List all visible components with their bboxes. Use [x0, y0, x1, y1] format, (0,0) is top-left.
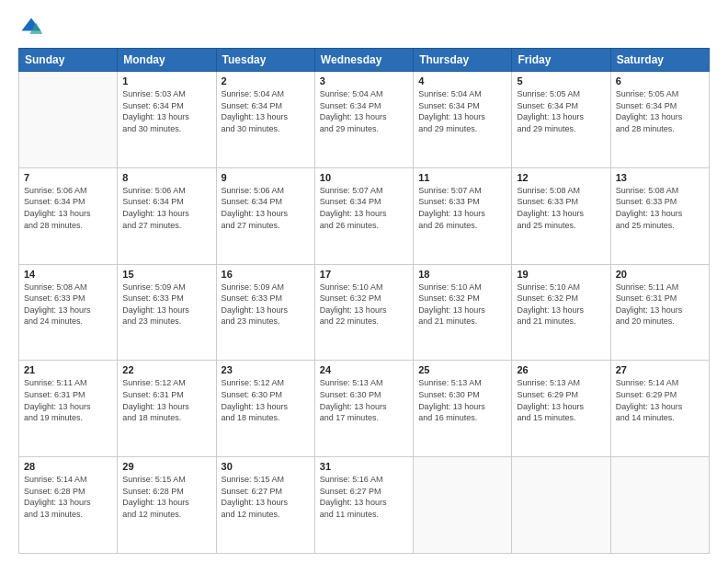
day-info: Sunrise: 5:12 AM Sunset: 6:30 PM Dayligh…	[222, 377, 310, 423]
calendar-cell: 7Sunrise: 5:06 AM Sunset: 6:34 PM Daylig…	[19, 167, 118, 264]
day-info: Sunrise: 5:16 AM Sunset: 6:27 PM Dayligh…	[320, 474, 408, 520]
calendar-cell: 24Sunrise: 5:13 AM Sunset: 6:30 PM Dayli…	[314, 361, 413, 457]
day-number: 16	[222, 269, 310, 280]
logo-icon	[18, 15, 44, 40]
day-number: 9	[222, 172, 310, 183]
calendar-header-monday: Monday	[118, 49, 216, 72]
day-info: Sunrise: 5:09 AM Sunset: 6:33 PM Dayligh…	[122, 282, 210, 327]
calendar-cell: 10Sunrise: 5:07 AM Sunset: 6:34 PM Dayli…	[314, 167, 413, 264]
day-info: Sunrise: 5:13 AM Sunset: 6:30 PM Dayligh…	[418, 377, 506, 423]
calendar-cell: 11Sunrise: 5:07 AM Sunset: 6:33 PM Dayli…	[414, 167, 512, 264]
calendar-cell: 12Sunrise: 5:08 AM Sunset: 6:33 PM Dayli…	[512, 167, 610, 264]
day-info: Sunrise: 5:05 AM Sunset: 6:34 PM Dayligh…	[616, 88, 704, 134]
calendar-cell: 5Sunrise: 5:05 AM Sunset: 6:34 PM Daylig…	[512, 72, 610, 168]
header	[18, 15, 710, 40]
logo	[18, 15, 48, 40]
day-number: 28	[24, 461, 112, 472]
day-number: 5	[517, 75, 605, 86]
day-number: 1	[122, 75, 210, 86]
calendar-week-3: 14Sunrise: 5:08 AM Sunset: 6:33 PM Dayli…	[19, 264, 710, 361]
day-number: 24	[320, 364, 408, 375]
day-info: Sunrise: 5:12 AM Sunset: 6:31 PM Dayligh…	[122, 377, 210, 423]
day-info: Sunrise: 5:11 AM Sunset: 6:31 PM Dayligh…	[24, 377, 112, 423]
calendar-cell: 26Sunrise: 5:13 AM Sunset: 6:29 PM Dayli…	[512, 361, 610, 457]
day-info: Sunrise: 5:04 AM Sunset: 6:34 PM Dayligh…	[418, 88, 506, 134]
calendar-week-1: 1Sunrise: 5:03 AM Sunset: 6:34 PM Daylig…	[19, 72, 710, 168]
day-info: Sunrise: 5:14 AM Sunset: 6:28 PM Dayligh…	[24, 474, 112, 520]
calendar-cell: 2Sunrise: 5:04 AM Sunset: 6:34 PM Daylig…	[216, 72, 314, 168]
day-number: 6	[616, 75, 704, 86]
day-number: 2	[222, 75, 310, 86]
day-info: Sunrise: 5:05 AM Sunset: 6:34 PM Dayligh…	[517, 88, 605, 134]
calendar-cell: 19Sunrise: 5:10 AM Sunset: 6:32 PM Dayli…	[512, 264, 610, 361]
day-info: Sunrise: 5:08 AM Sunset: 6:33 PM Dayligh…	[24, 282, 112, 327]
day-number: 26	[517, 364, 605, 375]
calendar-cell: 13Sunrise: 5:08 AM Sunset: 6:33 PM Dayli…	[610, 167, 709, 264]
day-number: 30	[222, 461, 310, 472]
day-info: Sunrise: 5:04 AM Sunset: 6:34 PM Dayligh…	[222, 88, 310, 134]
day-info: Sunrise: 5:06 AM Sunset: 6:34 PM Dayligh…	[122, 185, 210, 231]
calendar-cell: 23Sunrise: 5:12 AM Sunset: 6:30 PM Dayli…	[216, 361, 314, 457]
calendar-cell: 9Sunrise: 5:06 AM Sunset: 6:34 PM Daylig…	[216, 167, 314, 264]
day-info: Sunrise: 5:13 AM Sunset: 6:30 PM Dayligh…	[320, 377, 408, 423]
day-number: 12	[517, 172, 605, 183]
day-info: Sunrise: 5:10 AM Sunset: 6:32 PM Dayligh…	[320, 282, 408, 327]
day-number: 10	[320, 172, 408, 183]
calendar-cell: 27Sunrise: 5:14 AM Sunset: 6:29 PM Dayli…	[610, 361, 709, 457]
day-number: 15	[122, 269, 210, 280]
day-number: 21	[24, 364, 112, 375]
day-info: Sunrise: 5:14 AM Sunset: 6:29 PM Dayligh…	[616, 377, 704, 423]
day-number: 23	[222, 364, 310, 375]
calendar-header-thursday: Thursday	[414, 49, 512, 72]
day-number: 13	[616, 172, 704, 183]
calendar-cell: 6Sunrise: 5:05 AM Sunset: 6:34 PM Daylig…	[610, 72, 709, 168]
calendar-cell: 15Sunrise: 5:09 AM Sunset: 6:33 PM Dayli…	[118, 264, 216, 361]
calendar-cell	[610, 457, 709, 554]
day-number: 25	[418, 364, 506, 375]
day-info: Sunrise: 5:07 AM Sunset: 6:34 PM Dayligh…	[320, 185, 408, 231]
day-number: 19	[517, 269, 605, 280]
calendar-cell: 3Sunrise: 5:04 AM Sunset: 6:34 PM Daylig…	[314, 72, 413, 168]
day-number: 17	[320, 269, 408, 280]
day-number: 20	[616, 269, 704, 280]
calendar-cell: 14Sunrise: 5:08 AM Sunset: 6:33 PM Dayli…	[19, 264, 118, 361]
day-info: Sunrise: 5:06 AM Sunset: 6:34 PM Dayligh…	[24, 185, 112, 231]
day-info: Sunrise: 5:15 AM Sunset: 6:27 PM Dayligh…	[222, 474, 310, 520]
day-info: Sunrise: 5:10 AM Sunset: 6:32 PM Dayligh…	[418, 282, 506, 327]
calendar-cell: 20Sunrise: 5:11 AM Sunset: 6:31 PM Dayli…	[610, 264, 709, 361]
day-info: Sunrise: 5:10 AM Sunset: 6:32 PM Dayligh…	[517, 282, 605, 327]
day-info: Sunrise: 5:15 AM Sunset: 6:28 PM Dayligh…	[122, 474, 210, 520]
calendar-cell: 22Sunrise: 5:12 AM Sunset: 6:31 PM Dayli…	[118, 361, 216, 457]
day-info: Sunrise: 5:06 AM Sunset: 6:34 PM Dayligh…	[222, 185, 310, 231]
day-info: Sunrise: 5:08 AM Sunset: 6:33 PM Dayligh…	[616, 185, 704, 231]
calendar-header-tuesday: Tuesday	[216, 49, 314, 72]
day-number: 31	[320, 461, 408, 472]
calendar-cell: 29Sunrise: 5:15 AM Sunset: 6:28 PM Dayli…	[118, 457, 216, 554]
calendar-cell: 1Sunrise: 5:03 AM Sunset: 6:34 PM Daylig…	[118, 72, 216, 168]
calendar-cell: 25Sunrise: 5:13 AM Sunset: 6:30 PM Dayli…	[414, 361, 512, 457]
calendar-cell: 4Sunrise: 5:04 AM Sunset: 6:34 PM Daylig…	[414, 72, 512, 168]
day-number: 7	[24, 172, 112, 183]
calendar-week-4: 21Sunrise: 5:11 AM Sunset: 6:31 PM Dayli…	[19, 361, 710, 457]
day-number: 3	[320, 75, 408, 86]
calendar-header-wednesday: Wednesday	[314, 49, 413, 72]
calendar-header-friday: Friday	[512, 49, 610, 72]
day-number: 18	[418, 269, 506, 280]
day-info: Sunrise: 5:11 AM Sunset: 6:31 PM Dayligh…	[616, 282, 704, 327]
day-number: 8	[122, 172, 210, 183]
calendar-cell: 21Sunrise: 5:11 AM Sunset: 6:31 PM Dayli…	[19, 361, 118, 457]
calendar-week-5: 28Sunrise: 5:14 AM Sunset: 6:28 PM Dayli…	[19, 457, 710, 554]
day-info: Sunrise: 5:03 AM Sunset: 6:34 PM Dayligh…	[122, 88, 210, 134]
calendar-cell: 28Sunrise: 5:14 AM Sunset: 6:28 PM Dayli…	[19, 457, 118, 554]
calendar-cell: 18Sunrise: 5:10 AM Sunset: 6:32 PM Dayli…	[414, 264, 512, 361]
day-number: 29	[122, 461, 210, 472]
calendar-cell	[19, 72, 118, 168]
calendar-header-sunday: Sunday	[19, 49, 118, 72]
calendar-cell: 31Sunrise: 5:16 AM Sunset: 6:27 PM Dayli…	[314, 457, 413, 554]
day-number: 27	[616, 364, 704, 375]
day-number: 11	[418, 172, 506, 183]
day-info: Sunrise: 5:07 AM Sunset: 6:33 PM Dayligh…	[418, 185, 506, 231]
calendar-week-2: 7Sunrise: 5:06 AM Sunset: 6:34 PM Daylig…	[19, 167, 710, 264]
day-number: 22	[122, 364, 210, 375]
calendar-cell: 8Sunrise: 5:06 AM Sunset: 6:34 PM Daylig…	[118, 167, 216, 264]
